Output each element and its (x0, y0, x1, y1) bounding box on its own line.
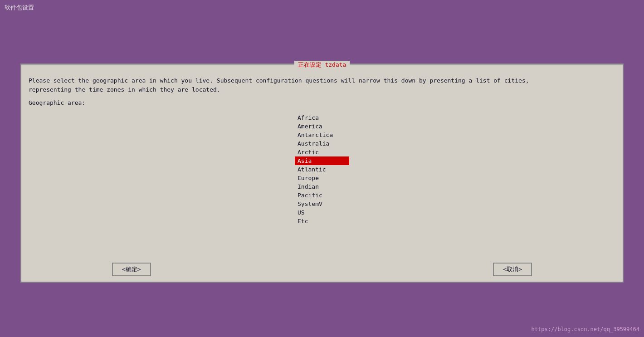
geo-item-etc[interactable]: Etc (295, 217, 349, 225)
description-text: Please select the geographic area in whi… (29, 76, 615, 94)
confirm-button[interactable]: <确定> (112, 263, 151, 276)
geo-item-australia[interactable]: Australia (295, 139, 349, 148)
geo-item-pacific[interactable]: Pacific (295, 191, 349, 200)
geo-item-africa[interactable]: Africa (295, 113, 349, 122)
dialog-container: 正在设定 tzdata Please select the geographic… (20, 63, 624, 283)
watermark: https://blog.csdn.net/qq_39599464 (532, 326, 639, 332)
list-area: Africa America Antarctica Australia Arct… (29, 110, 615, 248)
geo-list: Africa America Antarctica Australia Arct… (295, 113, 349, 225)
geo-item-atlantic[interactable]: Atlantic (295, 165, 349, 174)
dialog-title: 正在设定 tzdata (294, 61, 350, 69)
dialog-buttons: <确定> <取消> (21, 257, 623, 282)
description-line2: representing the time zones in which the… (29, 86, 220, 93)
cancel-button[interactable]: <取消> (493, 263, 532, 276)
description-line1: Please select the geographic area in whi… (29, 77, 529, 84)
geo-item-america[interactable]: America (295, 122, 349, 131)
dialog-titlebar: 正在设定 tzdata (21, 59, 623, 71)
geo-item-us[interactable]: US (295, 208, 349, 217)
geographic-area-label: Geographic area: (29, 99, 615, 106)
geo-item-arctic[interactable]: Arctic (295, 148, 349, 156)
geo-item-europe[interactable]: Europe (295, 174, 349, 182)
window-title: 软件包设置 (5, 4, 34, 12)
dialog-body: Please select the geographic area in whi… (21, 71, 623, 254)
geo-item-asia[interactable]: Asia (295, 156, 349, 165)
geo-item-antarctica[interactable]: Antarctica (295, 131, 349, 139)
geo-item-indian[interactable]: Indian (295, 182, 349, 191)
geo-item-systemv[interactable]: SystemV (295, 200, 349, 208)
